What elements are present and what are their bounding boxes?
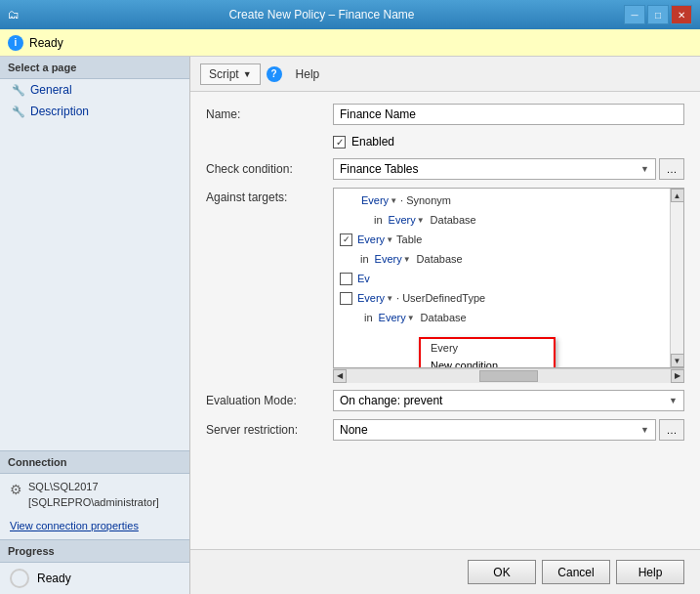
every-db1-link[interactable]: Every ▼ bbox=[389, 214, 425, 226]
toolbar: Script ▼ ? Help bbox=[190, 57, 700, 92]
ev-checkbox[interactable] bbox=[340, 273, 352, 285]
table-checkbox[interactable]: ✓ bbox=[340, 233, 352, 246]
script-dropdown-arrow: ▼ bbox=[243, 69, 252, 79]
app-icon: 🗂 bbox=[8, 8, 20, 21]
scroll-down-arrow[interactable]: ▼ bbox=[671, 354, 684, 367]
progress-status: Ready bbox=[37, 572, 71, 585]
connection-server: SQL\SQL2017 bbox=[28, 480, 159, 494]
target-row-synonym: Every ▼ · Synonym bbox=[357, 191, 681, 210]
status-text: Ready bbox=[29, 36, 63, 50]
eval-mode-arrow: ▼ bbox=[669, 396, 678, 405]
server-restriction-arrow: ▼ bbox=[640, 425, 649, 435]
view-connection-properties-link[interactable]: View connection properties bbox=[0, 516, 189, 539]
enabled-checkbox[interactable]: ✓ bbox=[333, 136, 346, 148]
every-synonym-link[interactable]: Every ▼ bbox=[361, 194, 397, 206]
dropdown-item-every[interactable]: Every bbox=[421, 339, 554, 357]
sidebar-label-general: General bbox=[30, 83, 72, 97]
server-icon: ⚙ bbox=[10, 482, 22, 497]
database-text-3: Database bbox=[421, 312, 467, 323]
synonym-text: · Synonym bbox=[400, 194, 451, 206]
target-row-table: ✓ Every ▼ Table bbox=[336, 230, 681, 249]
server-restriction-label: Server restriction: bbox=[206, 423, 333, 437]
targets-scrollbar[interactable]: ▲ ▼ bbox=[670, 189, 683, 367]
h-scroll-left-arrow[interactable]: ◀ bbox=[333, 369, 347, 383]
script-button[interactable]: Script ▼ bbox=[200, 64, 261, 85]
main-layout: Select a page 🔧 General 🔧 Description Co… bbox=[0, 57, 700, 594]
h-scroll-right-arrow[interactable]: ▶ bbox=[671, 369, 684, 383]
table-checkmark: ✓ bbox=[343, 234, 350, 244]
every-udt-link[interactable]: Every ▼ bbox=[357, 292, 393, 304]
ev-link[interactable]: Ev bbox=[357, 273, 370, 284]
udt-text: · UserDefinedType bbox=[396, 292, 485, 304]
targets-scroll[interactable]: Every ▼ · Synonym in Every ▼ Database bbox=[334, 189, 683, 367]
help-icon: ? bbox=[267, 66, 282, 82]
sidebar-label-description: Description bbox=[30, 105, 89, 118]
select-page-header: Select a page bbox=[0, 57, 189, 79]
eval-mode-label: Evaluation Mode: bbox=[206, 394, 333, 407]
every-table-link[interactable]: Every ▼ bbox=[357, 233, 393, 245]
udt-checkbox[interactable] bbox=[340, 292, 352, 305]
in-text-3: in bbox=[364, 312, 373, 323]
check-condition-value: Finance Tables bbox=[340, 162, 419, 176]
enabled-row: ✓ Enabled bbox=[206, 135, 684, 148]
minimize-button[interactable]: ─ bbox=[624, 5, 645, 24]
name-input[interactable] bbox=[333, 104, 684, 125]
form-area: Name: ✓ Enabled Check condition: Finance… bbox=[190, 92, 700, 549]
every-db3-link[interactable]: Every ▼ bbox=[379, 312, 415, 323]
connection-section: Connection ⚙ SQL\SQL2017 [SQLREPRO\admin… bbox=[0, 450, 189, 539]
help-action-button[interactable]: Help bbox=[616, 560, 684, 584]
targets-box: Every ▼ · Synonym in Every ▼ Database bbox=[333, 188, 684, 368]
title-bar: 🗂 Create New Policy – Finance Name ─ □ ✕ bbox=[0, 0, 700, 29]
help-button[interactable]: Help bbox=[288, 64, 328, 84]
h-scroll-thumb[interactable] bbox=[479, 370, 538, 382]
ok-button[interactable]: OK bbox=[468, 560, 536, 584]
scroll-up-arrow[interactable]: ▲ bbox=[671, 189, 684, 202]
action-buttons: OK Cancel Help bbox=[190, 549, 700, 594]
content-area: Script ▼ ? Help Name: ✓ Enabled Check bbox=[190, 57, 700, 594]
close-button[interactable]: ✕ bbox=[671, 5, 692, 24]
enabled-label: Enabled bbox=[351, 135, 394, 148]
maximize-button[interactable]: □ bbox=[647, 5, 669, 24]
sidebar-item-description[interactable]: 🔧 Description bbox=[0, 101, 189, 122]
check-condition-browse-button[interactable]: … bbox=[659, 158, 684, 180]
dropdown-item-new-condition[interactable]: New condition... bbox=[421, 357, 554, 367]
sidebar-item-general[interactable]: 🔧 General bbox=[0, 79, 189, 101]
window-title: Create New Policy – Finance Name bbox=[20, 8, 624, 21]
server-restriction-browse-button[interactable]: … bbox=[659, 419, 684, 441]
check-condition-arrow: ▼ bbox=[640, 164, 649, 174]
target-row-in-db-1: in Every ▼ Database bbox=[336, 210, 681, 230]
progress-spinner bbox=[10, 569, 29, 588]
target-row-in-db-2: in Every ▼ Database Every New condition.… bbox=[336, 249, 681, 269]
check-condition-select[interactable]: Finance Tables ▼ bbox=[333, 158, 656, 180]
against-targets-label: Against targets: bbox=[206, 188, 333, 204]
connection-header: Connection bbox=[0, 451, 189, 474]
cancel-button[interactable]: Cancel bbox=[542, 560, 610, 584]
h-scroll-track bbox=[347, 369, 671, 383]
eval-mode-value: On change: prevent bbox=[340, 394, 442, 407]
target-row-ev: Ev bbox=[336, 269, 681, 288]
wrench-icon-description: 🔧 bbox=[12, 106, 25, 118]
info-icon: i bbox=[8, 35, 23, 51]
name-row: Name: bbox=[206, 104, 684, 125]
h-scrollbar[interactable]: ◀ ▶ bbox=[333, 368, 684, 382]
database-text-2: Database bbox=[417, 253, 463, 265]
eval-mode-select[interactable]: On change: prevent ▼ bbox=[333, 390, 684, 411]
wrench-icon-general: 🔧 bbox=[12, 84, 25, 97]
connection-role: [SQLREPRO\administrator] bbox=[28, 495, 159, 510]
connection-info: ⚙ SQL\SQL2017 [SQLREPRO\administrator] bbox=[0, 474, 189, 516]
status-bar: i Ready bbox=[0, 29, 700, 57]
script-label: Script bbox=[209, 67, 239, 81]
table-text: Table bbox=[396, 233, 422, 245]
every-db2-link[interactable]: Every ▼ bbox=[375, 253, 411, 265]
name-label: Name: bbox=[206, 107, 333, 121]
every-dropdown-popup: Every New condition... bbox=[419, 337, 556, 367]
in-text-2: in bbox=[360, 253, 369, 265]
server-restriction-value: None bbox=[340, 423, 368, 437]
against-targets-row: Against targets: Every ▼ · Synonym in bbox=[206, 188, 684, 382]
target-row-udt: Every ▼ · UserDefinedType bbox=[336, 288, 681, 308]
server-restriction-select[interactable]: None ▼ bbox=[333, 419, 656, 441]
in-text-1: in bbox=[374, 214, 383, 226]
check-condition-label: Check condition: bbox=[206, 162, 333, 176]
check-condition-row: Check condition: Finance Tables ▼ … bbox=[206, 158, 684, 180]
server-restriction-row: Server restriction: None ▼ … bbox=[206, 419, 684, 441]
